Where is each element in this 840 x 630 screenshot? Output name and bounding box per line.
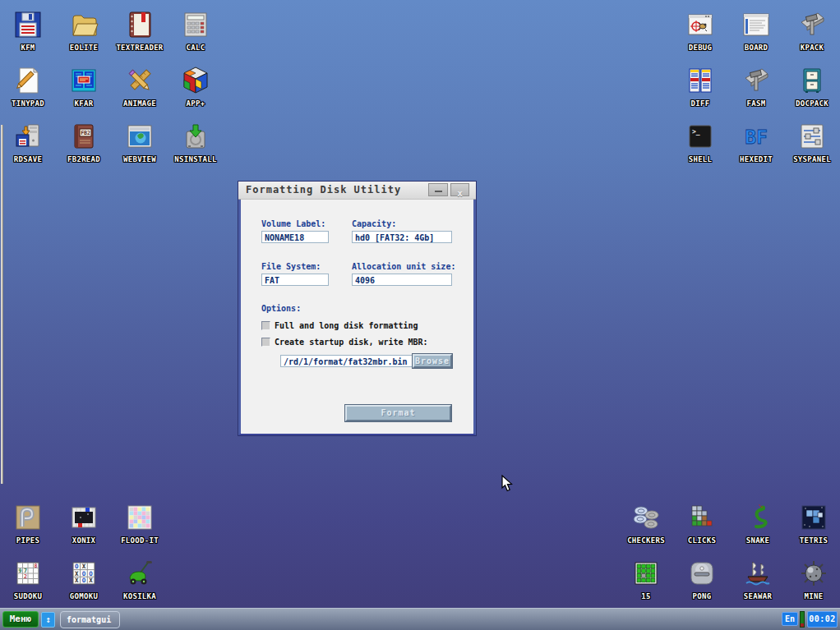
- browser-globe-icon: [125, 122, 155, 151]
- notepad-pencil-icon: [13, 66, 43, 95]
- svg-text:FB2: FB2: [81, 130, 90, 136]
- desktop-icon-calc[interactable]: CALC: [168, 7, 224, 61]
- desktop-icon-nsinstall[interactable]: NSINSTALL: [168, 118, 224, 172]
- desktop-icon-debug[interactable]: DEBUG: [672, 7, 728, 61]
- hammer-pack-icon: [797, 10, 827, 39]
- desktop-icon-animage[interactable]: ANIMAGE: [112, 62, 168, 117]
- startup-disk-checkbox[interactable]: [261, 338, 270, 347]
- close-icon: x: [457, 188, 463, 199]
- desktop-icon-docpack[interactable]: DOCPACK: [784, 62, 840, 117]
- svg-text:O: O: [89, 570, 93, 577]
- desktop-icon-kfar[interactable]: KFAR: [56, 62, 112, 117]
- options-label: Options:: [261, 304, 301, 313]
- svg-text:O: O: [82, 570, 86, 577]
- desktop-icon-shell[interactable]: >_SHELL: [672, 118, 728, 172]
- desktop-icon-fasm[interactable]: FASM: [728, 62, 784, 117]
- rubik-cube-icon: [181, 66, 210, 95]
- fifteen-icon: [631, 559, 661, 588]
- blocks-icon: [687, 503, 717, 532]
- desktop-icon-fb2read[interactable]: FB2FB2READ: [56, 118, 112, 172]
- desktop-icon-syspanel[interactable]: SYSPANEL: [784, 118, 840, 172]
- desktop-icon-tetris[interactable]: TETRIS: [786, 499, 840, 554]
- desktop-icon-kfm[interactable]: KFM: [0, 7, 56, 61]
- icon-label: TETRIS: [779, 536, 840, 545]
- floppy-save-icon: [13, 122, 43, 151]
- naval-mine-icon: [799, 559, 828, 588]
- window-client-area: Volume Label: Capacity: File System: All…: [241, 199, 473, 434]
- window-titlebar[interactable]: Formatting Disk Utility x: [238, 182, 476, 200]
- pong-icon: [687, 559, 717, 588]
- svg-text:X: X: [75, 570, 79, 577]
- volume-label-label: Volume Label:: [261, 219, 325, 228]
- desktop-icon-snake[interactable]: SNAKE: [730, 499, 786, 554]
- capacity-input[interactable]: [352, 231, 452, 243]
- taskbar-clock[interactable]: 00:02: [807, 611, 838, 628]
- desktop-icon-rdsave[interactable]: RDSAVE: [0, 118, 56, 172]
- color-grid-icon: [125, 503, 155, 532]
- sliders-icon: [797, 122, 827, 151]
- desktop-icon-tinypad[interactable]: TINYPAD: [0, 62, 56, 117]
- desktop-icon-textreader[interactable]: TEXTREADER: [112, 7, 168, 61]
- checkers-icon: [631, 503, 661, 532]
- volume-label-input[interactable]: [261, 231, 329, 243]
- desktop-icon-kpack[interactable]: KPACK: [784, 7, 840, 61]
- format-disk-utility-window: Formatting Disk Utility x Volume Label: …: [238, 182, 476, 435]
- icon-label: KOSILKA: [105, 592, 174, 600]
- desktop-icon-flood-it[interactable]: FLOOD-IT: [112, 499, 168, 554]
- desktop-icon-webview[interactable]: WEBVIEW: [112, 118, 168, 172]
- desktop-icon-hexedit[interactable]: BFHEXEDIT: [728, 118, 784, 172]
- file-system-label: File System:: [261, 262, 321, 271]
- tetris-icon: [799, 503, 828, 532]
- desktop-icon-15[interactable]: 15: [618, 555, 674, 609]
- icon-label: APP+: [161, 99, 230, 108]
- full-format-label: Full and long disk formatting: [275, 321, 418, 330]
- svg-text:BF: BF: [745, 126, 768, 148]
- format-button[interactable]: Format: [345, 405, 451, 421]
- desktop: KFMEOLITETEXTREADERCALCTINYPADKFARANIMAG…: [0, 0, 840, 630]
- cpu-load-indicator: [800, 611, 805, 628]
- panel-toggle-button[interactable]: ↕: [41, 612, 55, 628]
- language-indicator[interactable]: En: [782, 612, 798, 626]
- allocation-label: Allocation unit size:: [352, 262, 455, 271]
- icon-label: NSINSTALL: [161, 155, 230, 163]
- minimize-button[interactable]: [428, 183, 448, 196]
- desktop-icon-mine[interactable]: MINE: [786, 555, 840, 609]
- terminal-icon: >_: [685, 122, 715, 151]
- desktop-icon-xonix[interactable]: XONIX: [56, 499, 112, 554]
- desktop-icon-app-[interactable]: APP+: [168, 62, 224, 117]
- book-bookmark-icon: [125, 10, 155, 39]
- full-format-checkbox[interactable]: [261, 321, 270, 330]
- desktop-icon-gomoku[interactable]: OXXOOXOXGOMOKU: [56, 555, 112, 609]
- pipes-icon: [13, 503, 43, 532]
- task-button-formatgui[interactable]: formatgui: [60, 611, 120, 628]
- desktop-icon-kosilka[interactable]: KOSILKA: [112, 555, 168, 609]
- diff-columns-icon: [685, 66, 715, 95]
- svg-text:X: X: [75, 577, 79, 584]
- desktop-icon-eolite[interactable]: EOLITE: [56, 7, 112, 61]
- tictactoe-icon: OXXOOXOX: [69, 559, 99, 588]
- up-down-arrow-icon: ↕: [45, 614, 51, 625]
- window-title: Formatting Disk Utility: [246, 184, 401, 195]
- mbr-path-input[interactable]: [280, 355, 413, 367]
- allocation-input[interactable]: [352, 274, 452, 286]
- bug-window-icon: [685, 10, 715, 39]
- desktop-icon-board[interactable]: BOARD: [728, 7, 784, 61]
- desktop-icon-sudoku[interactable]: 8972SUDOKU: [0, 555, 56, 609]
- file-system-input[interactable]: [261, 274, 329, 286]
- menu-button[interactable]: Меню: [2, 611, 39, 628]
- desktop-icon-seawar[interactable]: SEAWAR: [730, 555, 786, 609]
- svg-text:X: X: [82, 563, 86, 570]
- desktop-icon-clicks[interactable]: CLICKS: [674, 499, 730, 554]
- desktop-icon-checkers[interactable]: CHECKERS: [618, 499, 674, 554]
- desktop-icon-pong[interactable]: PONG: [674, 555, 730, 609]
- desktop-icon-diff[interactable]: DIFF: [672, 62, 728, 117]
- icon-label: CALC: [161, 44, 230, 52]
- ruler-pencil-icon: [125, 66, 155, 95]
- browse-button[interactable]: Browse: [413, 354, 452, 368]
- svg-text:O: O: [82, 577, 86, 584]
- close-button[interactable]: x: [450, 183, 469, 196]
- install-disk-icon: [181, 122, 210, 151]
- desktop-icon-pipes[interactable]: PIPES: [0, 499, 56, 554]
- sudoku-icon: 8972: [13, 559, 43, 588]
- icon-label: MINE: [779, 592, 840, 600]
